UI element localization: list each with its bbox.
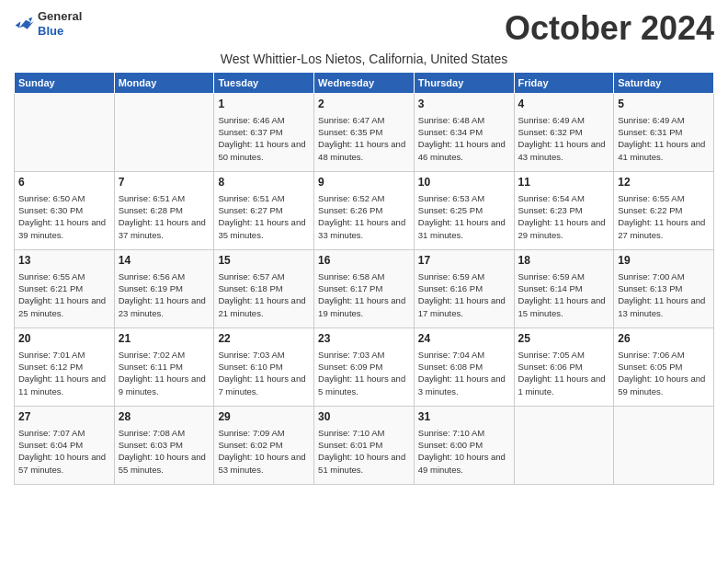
calendar-cell: 24Sunrise: 7:04 AM Sunset: 6:08 PM Dayli… bbox=[414, 328, 514, 407]
calendar-cell: 28Sunrise: 7:08 AM Sunset: 6:03 PM Dayli… bbox=[114, 407, 214, 485]
day-header-monday: Monday bbox=[114, 73, 214, 94]
day-header-wednesday: Wednesday bbox=[314, 73, 415, 94]
day-number: 15 bbox=[218, 253, 310, 269]
calendar-cell: 25Sunrise: 7:05 AM Sunset: 6:06 PM Dayli… bbox=[514, 328, 614, 407]
day-number: 28 bbox=[119, 409, 210, 425]
day-info: Sunrise: 6:57 AM Sunset: 6:18 PM Dayligh… bbox=[218, 270, 310, 319]
svg-marker-1 bbox=[16, 21, 21, 28]
calendar-cell bbox=[614, 407, 714, 485]
day-info: Sunrise: 6:47 AM Sunset: 6:35 PM Dayligh… bbox=[318, 114, 410, 163]
day-header-sunday: Sunday bbox=[15, 73, 115, 94]
day-info: Sunrise: 6:48 AM Sunset: 6:34 PM Dayligh… bbox=[418, 114, 510, 163]
day-number: 6 bbox=[18, 175, 110, 190]
day-info: Sunrise: 7:00 AM Sunset: 6:13 PM Dayligh… bbox=[618, 270, 710, 319]
day-info: Sunrise: 6:51 AM Sunset: 6:28 PM Dayligh… bbox=[119, 192, 210, 241]
day-number: 14 bbox=[119, 253, 210, 269]
day-number: 21 bbox=[119, 331, 210, 347]
calendar-cell: 4Sunrise: 6:49 AM Sunset: 6:32 PM Daylig… bbox=[514, 94, 614, 172]
calendar-cell: 11Sunrise: 6:54 AM Sunset: 6:23 PM Dayli… bbox=[514, 172, 614, 250]
day-info: Sunrise: 6:56 AM Sunset: 6:19 PM Dayligh… bbox=[119, 270, 210, 319]
calendar-cell bbox=[15, 94, 115, 172]
svg-marker-0 bbox=[19, 17, 34, 29]
day-info: Sunrise: 6:55 AM Sunset: 6:22 PM Dayligh… bbox=[618, 192, 710, 241]
calendar-cell: 20Sunrise: 7:01 AM Sunset: 6:12 PM Dayli… bbox=[15, 328, 115, 407]
day-headers-row: SundayMondayTuesdayWednesdayThursdayFrid… bbox=[15, 73, 714, 94]
day-number: 20 bbox=[18, 331, 110, 347]
calendar-cell: 7Sunrise: 6:51 AM Sunset: 6:28 PM Daylig… bbox=[114, 172, 214, 250]
calendar-week-row: 20Sunrise: 7:01 AM Sunset: 6:12 PM Dayli… bbox=[15, 328, 714, 407]
day-number: 8 bbox=[218, 175, 310, 190]
day-number: 17 bbox=[418, 253, 510, 269]
calendar-week-row: 27Sunrise: 7:07 AM Sunset: 6:04 PM Dayli… bbox=[15, 407, 714, 485]
calendar-cell bbox=[514, 407, 614, 485]
day-number: 29 bbox=[218, 409, 310, 425]
day-header-friday: Friday bbox=[514, 73, 614, 94]
day-info: Sunrise: 6:58 AM Sunset: 6:17 PM Dayligh… bbox=[318, 270, 410, 319]
calendar-cell: 9Sunrise: 6:52 AM Sunset: 6:26 PM Daylig… bbox=[314, 172, 415, 250]
day-number: 11 bbox=[518, 175, 610, 190]
calendar-cell: 26Sunrise: 7:06 AM Sunset: 6:05 PM Dayli… bbox=[614, 328, 714, 407]
day-info: Sunrise: 6:55 AM Sunset: 6:21 PM Dayligh… bbox=[18, 270, 110, 319]
logo-icon bbox=[14, 15, 34, 33]
calendar-week-row: 6Sunrise: 6:50 AM Sunset: 6:30 PM Daylig… bbox=[15, 172, 714, 250]
calendar-cell: 8Sunrise: 6:51 AM Sunset: 6:27 PM Daylig… bbox=[214, 172, 314, 250]
day-number: 23 bbox=[318, 331, 410, 347]
calendar-cell: 6Sunrise: 6:50 AM Sunset: 6:30 PM Daylig… bbox=[15, 172, 115, 250]
day-info: Sunrise: 7:07 AM Sunset: 6:04 PM Dayligh… bbox=[18, 427, 110, 476]
calendar-cell: 23Sunrise: 7:03 AM Sunset: 6:09 PM Dayli… bbox=[314, 328, 415, 407]
day-info: Sunrise: 7:01 AM Sunset: 6:12 PM Dayligh… bbox=[18, 349, 110, 397]
subtitle: West Whittier-Los Nietos, California, Un… bbox=[14, 52, 714, 66]
day-header-saturday: Saturday bbox=[614, 73, 714, 94]
calendar-cell: 16Sunrise: 6:58 AM Sunset: 6:17 PM Dayli… bbox=[314, 250, 415, 328]
calendar-cell: 5Sunrise: 6:49 AM Sunset: 6:31 PM Daylig… bbox=[614, 94, 714, 172]
day-number: 22 bbox=[218, 331, 310, 347]
day-info: Sunrise: 7:09 AM Sunset: 6:02 PM Dayligh… bbox=[218, 427, 310, 476]
calendar-table: SundayMondayTuesdayWednesdayThursdayFrid… bbox=[14, 72, 714, 485]
logo-text: General Blue bbox=[38, 9, 82, 38]
calendar-week-row: 1Sunrise: 6:46 AM Sunset: 6:37 PM Daylig… bbox=[15, 94, 714, 172]
day-number: 3 bbox=[418, 97, 510, 112]
day-info: Sunrise: 6:59 AM Sunset: 6:14 PM Dayligh… bbox=[518, 270, 610, 319]
day-number: 19 bbox=[618, 253, 710, 269]
calendar-cell: 21Sunrise: 7:02 AM Sunset: 6:11 PM Dayli… bbox=[114, 328, 214, 407]
day-number: 4 bbox=[518, 97, 610, 112]
calendar-cell: 2Sunrise: 6:47 AM Sunset: 6:35 PM Daylig… bbox=[314, 94, 415, 172]
day-info: Sunrise: 6:52 AM Sunset: 6:26 PM Dayligh… bbox=[318, 192, 410, 241]
calendar-header: SundayMondayTuesdayWednesdayThursdayFrid… bbox=[15, 73, 714, 94]
day-info: Sunrise: 7:03 AM Sunset: 6:09 PM Dayligh… bbox=[318, 349, 410, 397]
day-number: 18 bbox=[518, 253, 610, 269]
calendar-cell: 22Sunrise: 7:03 AM Sunset: 6:10 PM Dayli… bbox=[214, 328, 314, 407]
day-number: 10 bbox=[418, 175, 510, 190]
calendar-cell: 10Sunrise: 6:53 AM Sunset: 6:25 PM Dayli… bbox=[414, 172, 514, 250]
header: General Blue October 2024 bbox=[14, 9, 714, 48]
month-title: October 2024 bbox=[505, 9, 714, 48]
calendar-cell: 1Sunrise: 6:46 AM Sunset: 6:37 PM Daylig… bbox=[214, 94, 314, 172]
day-number: 16 bbox=[318, 253, 410, 269]
calendar-cell: 30Sunrise: 7:10 AM Sunset: 6:01 PM Dayli… bbox=[314, 407, 415, 485]
calendar-cell: 29Sunrise: 7:09 AM Sunset: 6:02 PM Dayli… bbox=[214, 407, 314, 485]
day-number: 26 bbox=[618, 331, 710, 347]
day-number: 7 bbox=[119, 175, 210, 190]
calendar-body: 1Sunrise: 6:46 AM Sunset: 6:37 PM Daylig… bbox=[15, 94, 714, 485]
calendar-cell: 15Sunrise: 6:57 AM Sunset: 6:18 PM Dayli… bbox=[214, 250, 314, 328]
day-header-tuesday: Tuesday bbox=[214, 73, 314, 94]
calendar-week-row: 13Sunrise: 6:55 AM Sunset: 6:21 PM Dayli… bbox=[15, 250, 714, 328]
day-info: Sunrise: 6:46 AM Sunset: 6:37 PM Dayligh… bbox=[218, 114, 310, 163]
day-info: Sunrise: 7:04 AM Sunset: 6:08 PM Dayligh… bbox=[418, 349, 510, 397]
calendar-cell: 17Sunrise: 6:59 AM Sunset: 6:16 PM Dayli… bbox=[414, 250, 514, 328]
day-info: Sunrise: 7:10 AM Sunset: 6:01 PM Dayligh… bbox=[318, 427, 410, 476]
calendar-cell: 13Sunrise: 6:55 AM Sunset: 6:21 PM Dayli… bbox=[15, 250, 115, 328]
day-info: Sunrise: 7:10 AM Sunset: 6:00 PM Dayligh… bbox=[418, 427, 510, 476]
day-info: Sunrise: 6:49 AM Sunset: 6:32 PM Dayligh… bbox=[518, 114, 610, 163]
day-info: Sunrise: 7:08 AM Sunset: 6:03 PM Dayligh… bbox=[119, 427, 210, 476]
day-info: Sunrise: 6:53 AM Sunset: 6:25 PM Dayligh… bbox=[418, 192, 510, 241]
calendar-cell: 19Sunrise: 7:00 AM Sunset: 6:13 PM Dayli… bbox=[614, 250, 714, 328]
day-info: Sunrise: 6:50 AM Sunset: 6:30 PM Dayligh… bbox=[18, 192, 110, 241]
logo-blue: Blue bbox=[38, 24, 63, 38]
day-number: 5 bbox=[618, 97, 710, 112]
day-number: 9 bbox=[318, 175, 410, 190]
day-info: Sunrise: 6:49 AM Sunset: 6:31 PM Dayligh… bbox=[618, 114, 710, 163]
day-number: 24 bbox=[418, 331, 510, 347]
calendar-cell: 14Sunrise: 6:56 AM Sunset: 6:19 PM Dayli… bbox=[114, 250, 214, 328]
day-number: 1 bbox=[218, 97, 310, 112]
